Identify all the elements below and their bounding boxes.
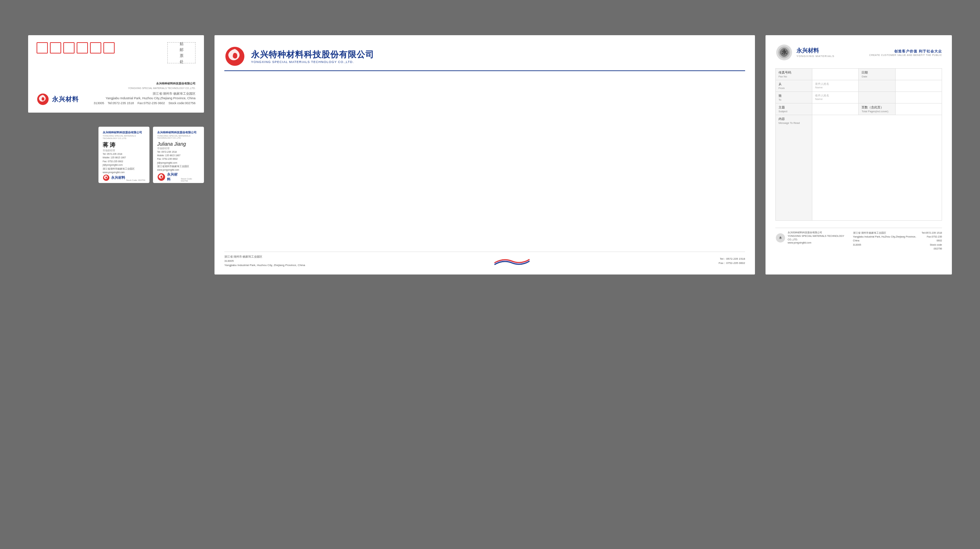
fax-label-date: 日期 Date <box>859 69 895 80</box>
fax-row-from: 从 From 发件人姓名 Name <box>776 80 942 92</box>
fax-value-subject <box>812 104 859 115</box>
envelope-bottom: 永兴材料 永兴特种材料科技股份有限公司 YONGXING SPECIAL MAT… <box>37 81 196 105</box>
envelope-address: 永兴特种材料科技股份有限公司 YONGXING SPECIAL MATERIAL… <box>94 81 196 105</box>
fax-faxno-en: Fax No <box>778 75 809 78</box>
fax-to-name-en: Name <box>815 97 856 101</box>
fax-to-cn: 致 <box>778 94 809 98</box>
bc-stock-code: Stock Code: 002756 <box>126 179 145 181</box>
bc-front-title: 市场部经理 <box>157 147 200 150</box>
main-container: 贴 邮 票 处 永兴材料 永兴特种材料科技股份有限公司 <box>28 35 952 514</box>
fax-label-from: 从 From <box>776 80 812 92</box>
bc-front-fax: Fax: 0752-235 0602 <box>157 157 200 161</box>
envelope-company-en: YONGXING SPECIAL MATERIALS TECHNOLOGY CO… <box>94 86 196 91</box>
fax-label-message: 内容 Message To Read <box>776 115 812 221</box>
bc-front-bottom: 永兴材料 Stock Code: 002756 <box>157 172 200 182</box>
envelope: 贴 邮 票 处 永兴材料 永兴特种材料科技股份有限公司 <box>28 35 204 113</box>
svg-text:永: 永 <box>779 236 782 239</box>
bc-front-tel: Tel: 0572-235 1518 <box>157 150 200 154</box>
fax-company-cn: 永兴材料 <box>797 47 834 54</box>
fax-footer-postcode: 313005 <box>853 243 921 247</box>
fax-label-faxno: 传真号码 Fax No <box>776 69 812 80</box>
fax-tagline: 创造客户价值 利于社会大众 CREATE CUSTOMER VALUE AND … <box>869 49 942 56</box>
envelope-top: 贴 邮 票 处 <box>37 42 196 63</box>
envelope-addr-en: Yangjiabu Industrial Park, Huzhou City,Z… <box>94 96 196 101</box>
fax-footer-addr-cn: 浙江省·湖州市·杨家埠工业园区 <box>853 231 921 235</box>
fax-label-pages: 页数（含此页） Total Pages(incl.cover) <box>859 104 895 115</box>
fax-company-name: 永兴材料 YONGXING MATERIALS <box>797 47 834 58</box>
letterhead-logo-icon <box>224 46 245 67</box>
lh-footer-fax: Fax：0752-235 0602 <box>719 261 745 265</box>
letterhead-body <box>224 78 745 252</box>
fax-message-en: Message To Read <box>778 121 809 124</box>
fax-subject-cn: 主题 <box>778 105 809 110</box>
fax-value-empty1 <box>895 80 942 92</box>
bc-company-cn-text: 永兴特种材料科技股份有限公司 <box>103 131 142 134</box>
fax-footer-stock: Stock code :002756 <box>921 243 942 251</box>
postcode-box-3 <box>63 42 75 54</box>
stamp-text-4: 处 <box>180 59 183 64</box>
bc-front-address: 浙江省湖州市杨家埠工业园区 <box>157 165 200 168</box>
envelope-tel: Tel:0572-235 1518 <box>108 101 134 106</box>
fax-tagline-en: CREATE CUSTOMER VALUE AND BENEFIT THE PU… <box>869 54 942 56</box>
letterhead-title-area: 永兴特种材料科技股份有限公司 YONGXING SPECIAL MATERIAL… <box>251 49 374 64</box>
fax-to-en: To <box>778 98 809 101</box>
lh-footer-tel: Tel：0572-235 1518 <box>719 257 745 261</box>
fax-sheet: 永 永兴材料 YONGXING MATERIALS 创造客户价值 利于社会大众 … <box>765 35 952 274</box>
fax-value-from: 发件人姓名 Name <box>812 80 859 92</box>
bc-front-logo: 永兴材料 <box>157 172 181 182</box>
fax-pages-cn: 页数（含此页） <box>862 105 892 110</box>
envelope-addr-cn: 浙江省·湖州市·杨家埠工业园区 <box>94 91 196 96</box>
fax-footer-company: 永兴特种材料科技股份有限公司 YONGXING SPECIAL MATERIAL… <box>788 231 853 244</box>
fax-value-date <box>895 69 942 80</box>
fax-value-faxno <box>812 69 859 80</box>
fax-value-message <box>812 115 942 221</box>
postcode-box-6 <box>103 42 115 54</box>
fax-row-to: 致 To 收件人姓名 Name <box>776 92 942 104</box>
fax-value-pages <box>895 104 942 115</box>
fax-row-subject: 主题 Subject 页数（含此页） Total Pages(incl.cove… <box>776 104 942 115</box>
fax-from-en: From <box>778 86 809 90</box>
fax-footer-logo: 永 永兴特种材料科技股份有限公司 YONGXING SPECIAL MATERI… <box>775 231 853 244</box>
fax-footer-address: 浙江省·湖州市·杨家埠工业园区 Yangjiabu Industrial Par… <box>853 231 921 247</box>
fax-pages-en: Total Pages(incl.cover) <box>862 110 892 113</box>
envelope-info-row: 313005 Tel:0572-235 1518 Fax:0752-235 06… <box>94 101 196 106</box>
bc-website: www.yongxingltd.com <box>103 171 145 174</box>
stamp-text-3: 票 <box>180 53 183 58</box>
fax-date-cn: 日期 <box>862 70 892 75</box>
bc-front-company-cn: 永兴特种材料科技股份有限公司 <box>157 131 197 134</box>
fax-logo-icon: 永 <box>775 44 793 61</box>
bc-logo: 永兴材料 <box>103 174 125 181</box>
postcode-box-1 <box>37 42 48 54</box>
stamp-area: 贴 邮 票 处 <box>167 42 196 63</box>
bc-back-contact: Tel: 0572-235 1518 Mobile: 135 8815 1867… <box>103 152 145 174</box>
fax-header: 永 永兴材料 YONGXING MATERIALS 创造客户价值 利于社会大众 … <box>775 44 942 61</box>
fax-footer-contact: Tel:0572-235 1518 Fax:0752-235 0602 Stoc… <box>921 231 942 251</box>
bc-title: 市场部经理 <box>103 149 145 152</box>
left-column: 贴 邮 票 处 永兴材料 永兴特种材料科技股份有限公司 <box>28 35 204 183</box>
postcode-box-2 <box>50 42 61 54</box>
bc-logo-text: 永兴材料 <box>111 175 125 180</box>
business-cards: 永兴特种材料科技股份有限公司 YONGXING SPECIAL MATERIAL… <box>99 127 204 183</box>
postcode-box-4 <box>76 42 88 54</box>
fax-label-empty2 <box>859 92 895 104</box>
bc-address: 浙江省湖州市杨家埠工业园区 <box>103 167 145 171</box>
bc-front-stock: Stock Code: 002756 <box>181 178 200 182</box>
bc-front-contact: Tel: 0572-235 1518 Mobile: 135 8815 1867… <box>157 150 200 172</box>
fax-label-subject: 主题 Subject <box>776 104 812 115</box>
fax-footer-company-cn: 永兴特种材料科技股份有限公司 <box>788 231 853 235</box>
letterhead-wave-decoration <box>495 256 530 267</box>
lh-footer-addr-en: Yangjiabu Industrial Park, Huzhou City, … <box>224 263 305 268</box>
stamp-text-2: 邮 <box>180 47 183 53</box>
fax-row-faxno: 传真号码 Fax No 日期 Date <box>776 69 942 80</box>
fax-footer-fax: Fax:0752-235 0602 <box>921 235 942 243</box>
fax-logo-area: 永 永兴材料 YONGXING MATERIALS <box>775 44 834 61</box>
fax-company-sub: YONGXING MATERIALS <box>797 54 834 58</box>
bc-front-logo-icon <box>157 173 165 181</box>
fax-footer-company-en: YONGXING SPECIAL MATERIALS TECHNOLOGY CO… <box>788 235 853 241</box>
letterhead-footer: 浙江省·湖州市·杨家埠工业园区 313005 Yangjiabu Industr… <box>224 252 745 268</box>
letterhead-footer-address: 浙江省·湖州市·杨家埠工业园区 313005 Yangjiabu Industr… <box>224 255 305 268</box>
bc-tel: Tel: 0572-235 1518 <box>103 152 145 156</box>
lh-footer-postcode: 313005 <box>224 259 305 263</box>
fax-footer-logo-icon: 永 <box>775 233 786 243</box>
fax-date-en: Date <box>862 75 892 78</box>
